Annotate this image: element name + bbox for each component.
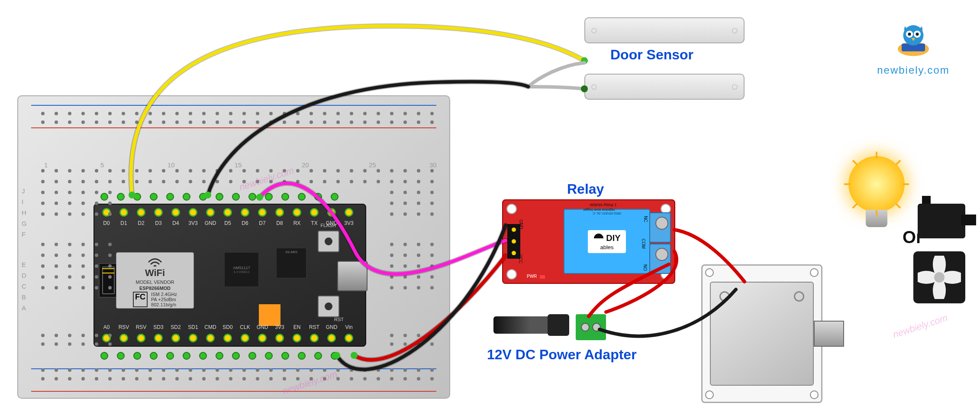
bb-hole bbox=[403, 112, 407, 115]
silabs-chip: SILABS bbox=[276, 248, 306, 278]
bb-hole bbox=[162, 180, 165, 183]
bb-hole bbox=[417, 334, 420, 337]
bb-tiepoints-top bbox=[100, 193, 338, 201]
reset-button[interactable] bbox=[318, 296, 339, 317]
bb-hole bbox=[95, 169, 98, 172]
shield-std: 802.11b/g/n bbox=[151, 302, 177, 307]
bb-hole bbox=[229, 120, 232, 124]
bb-hole bbox=[390, 120, 393, 124]
bb-hole bbox=[135, 180, 139, 183]
flash-button[interactable] bbox=[318, 231, 339, 252]
pin-d7 bbox=[258, 208, 267, 217]
bb-hole bbox=[189, 112, 192, 115]
esp-shield: WiFi MODEL VENDOR ESP8266MOD FC ISM 2.4G… bbox=[116, 252, 194, 309]
bb-hole bbox=[55, 212, 58, 216]
newbiely-logo: newbiely.com bbox=[877, 22, 950, 76]
bb-hole bbox=[95, 342, 98, 346]
pump-icon bbox=[918, 204, 965, 238]
ams1117-chip: AMS1117 3.3 DN811 bbox=[224, 252, 259, 287]
bb-hole bbox=[417, 254, 420, 257]
relay-no-label: NO bbox=[643, 264, 648, 271]
row-d: D bbox=[22, 272, 26, 279]
bb-hole bbox=[256, 112, 259, 115]
pin-sd2 bbox=[171, 334, 180, 342]
bb-hole bbox=[430, 275, 434, 279]
bb-hole bbox=[296, 180, 300, 183]
bb-hole bbox=[162, 112, 165, 115]
bb-hole bbox=[377, 169, 380, 172]
bb-hole bbox=[336, 169, 340, 172]
shield-ism: ISM 2.4GHz bbox=[151, 292, 177, 297]
pin-d5 bbox=[223, 208, 232, 217]
svg-point-19 bbox=[916, 33, 919, 36]
tiepoint bbox=[248, 352, 256, 360]
pin-3v3 bbox=[189, 208, 197, 217]
svg-line-5 bbox=[896, 204, 900, 208]
relay-term-nc bbox=[649, 212, 671, 243]
bb-hole bbox=[135, 112, 139, 115]
bb-hole bbox=[390, 169, 393, 172]
bb-hole bbox=[162, 169, 165, 172]
bb-hole bbox=[68, 275, 71, 279]
bb-hole bbox=[216, 169, 219, 172]
pin-d3 bbox=[154, 208, 163, 217]
bb-hole bbox=[296, 169, 300, 172]
esp8266-board: WiFi MODEL VENDOR ESP8266MOD FC ISM 2.4G… bbox=[93, 204, 366, 347]
bb-hole bbox=[403, 368, 407, 372]
bb-hole bbox=[41, 212, 45, 216]
bb-hole bbox=[41, 243, 45, 246]
pin-row-top bbox=[102, 208, 353, 217]
bb-hole bbox=[108, 202, 112, 205]
bb-hole bbox=[229, 368, 232, 372]
tiepoint bbox=[166, 352, 174, 360]
tiepoint bbox=[166, 193, 174, 201]
tiepoint bbox=[248, 193, 256, 201]
svg-line-7 bbox=[853, 204, 857, 208]
bb-hole bbox=[108, 368, 112, 372]
bb-hole bbox=[55, 254, 58, 257]
bb-hole bbox=[122, 377, 125, 380]
bb-hole bbox=[309, 112, 313, 115]
bb-hole bbox=[41, 180, 45, 183]
tiepoint bbox=[265, 193, 273, 201]
bb-hole bbox=[216, 377, 219, 380]
bb-hole bbox=[41, 334, 45, 337]
tiepoint bbox=[232, 352, 240, 360]
bb-hole bbox=[216, 368, 219, 372]
bb-hole bbox=[417, 202, 420, 205]
bb-hole bbox=[202, 112, 206, 115]
bb-hole bbox=[108, 191, 112, 194]
tiepoint bbox=[100, 352, 108, 360]
bb-hole bbox=[108, 120, 112, 124]
bb-hole bbox=[41, 112, 45, 115]
bb-hole bbox=[55, 169, 58, 172]
bb-hole bbox=[68, 342, 71, 346]
relay-com-label: COM bbox=[641, 239, 646, 249]
bb-hole bbox=[283, 377, 286, 380]
bb-hole bbox=[430, 368, 434, 372]
relay-pin-gnd: GND bbox=[519, 219, 523, 229]
bb-hole bbox=[363, 120, 367, 124]
bb-hole bbox=[417, 275, 420, 279]
bb-hole bbox=[430, 243, 434, 246]
pin-label-sd0: SD0 bbox=[222, 324, 234, 330]
col-25: 25 bbox=[369, 161, 376, 169]
bb-hole bbox=[390, 264, 393, 268]
bb-hole bbox=[403, 286, 407, 289]
bb-hole bbox=[202, 169, 206, 172]
bb-hole bbox=[81, 254, 85, 257]
bb-hole bbox=[81, 377, 85, 380]
row-j: J bbox=[22, 187, 25, 195]
door-sensor-reed bbox=[584, 74, 745, 100]
bb-hole bbox=[283, 180, 286, 183]
bb-hole bbox=[148, 120, 152, 124]
bb-hole bbox=[323, 112, 326, 115]
pin-label-d4: D4 bbox=[170, 220, 182, 226]
bb-hole bbox=[41, 368, 45, 372]
tiepoint bbox=[133, 352, 141, 360]
relay-pin-in: IN bbox=[516, 240, 521, 244]
pin-3v3 bbox=[275, 334, 284, 342]
dc-terminal bbox=[576, 314, 606, 340]
pin-label-gnd: GND bbox=[256, 324, 268, 330]
tiepoint bbox=[281, 352, 289, 360]
